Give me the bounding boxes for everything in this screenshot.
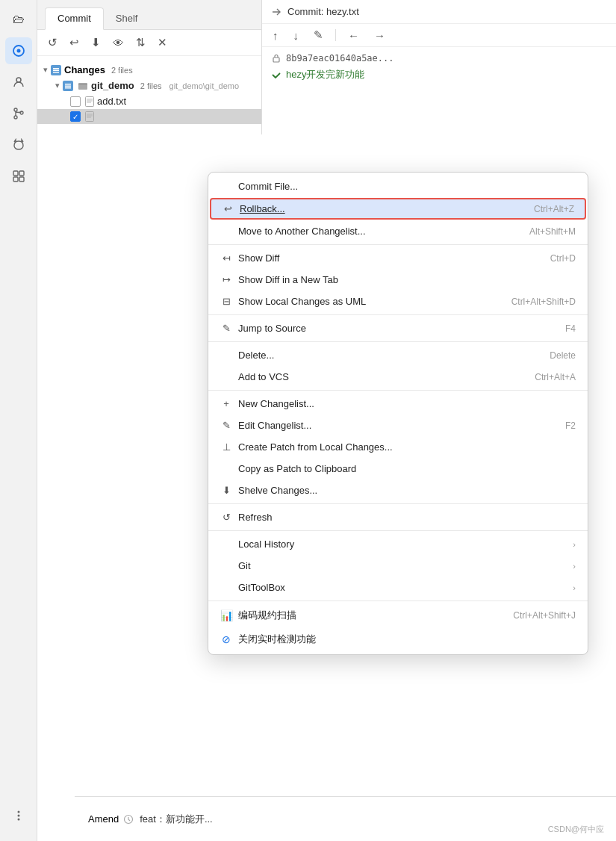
svg-rect-13: [53, 68, 59, 69]
svg-point-2: [16, 78, 21, 82]
menu-item-edit-changelist-shortcut: F2: [565, 420, 576, 431]
show-diff-icon: ↤: [220, 252, 232, 264]
menu-item-refresh-label: Refresh: [238, 512, 273, 523]
show-uml-icon: ⊟: [220, 296, 232, 307]
sidebar-icon-more[interactable]: [5, 802, 32, 829]
toolbar-eye[interactable]: 👁: [110, 35, 127, 51]
menu-item-delete[interactable]: Delete... Delete: [208, 344, 588, 366]
shelve-icon: ⬇: [220, 485, 232, 496]
menu-item-jump-source[interactable]: ✎ Jump to Source F4: [208, 317, 588, 339]
nav-down-btn[interactable]: ↓: [290, 28, 302, 43]
create-patch-icon: ⊥: [220, 441, 232, 453]
menu-item-move-changelist[interactable]: Move to Another Changelist... Alt+Shift+…: [208, 220, 588, 242]
tab-commit[interactable]: Commit: [45, 7, 104, 30]
edit-btn[interactable]: ✎: [311, 27, 326, 43]
right-panel-title: Commit: hezy.txt: [287, 6, 359, 17]
menu-item-rollback-label: Rollback...: [240, 203, 285, 214]
folder-label: git_demo: [91, 80, 134, 91]
menu-item-show-diff[interactable]: ↤ Show Diff Ctrl+D: [208, 247, 588, 269]
svg-rect-17: [65, 85, 71, 87]
menu-item-show-diff-tab[interactable]: ↦ Show Diff in a New Tab: [208, 269, 588, 291]
toolbar-close[interactable]: ✕: [155, 34, 170, 51]
commit-message-input[interactable]: [140, 812, 607, 826]
menu-item-shelve[interactable]: ⬇ Shelve Changes...: [208, 480, 588, 501]
nav-up-btn[interactable]: ↑: [270, 28, 281, 43]
svg-rect-9: [19, 177, 24, 181]
menu-item-show-diff-left: ↤ Show Diff: [220, 252, 279, 264]
changes-count: 2 files: [111, 66, 133, 75]
separator-6: [208, 530, 588, 531]
menu-item-move-changelist-left: Move to Another Changelist...: [220, 226, 366, 237]
sidebar-icon-cat[interactable]: [5, 131, 32, 158]
commit-message: hezy开发完新功能: [286, 68, 364, 81]
folder-path: git_demo\git_demo: [169, 81, 240, 90]
commit-msg-row: hezy开发完新功能: [271, 68, 607, 81]
menu-item-git[interactable]: Git ›: [208, 555, 588, 577]
svg-rect-7: [19, 171, 24, 176]
changes-icon: [51, 65, 61, 75]
sidebar-icon-folder[interactable]: 🗁: [5, 6, 32, 33]
toolbar-sort[interactable]: ⇅: [133, 34, 149, 51]
menu-item-show-diff-tab-left: ↦ Show Diff in a New Tab: [220, 274, 338, 285]
menu-item-edit-changelist-label: Edit Changelist...: [238, 420, 311, 431]
menu-item-create-patch-label: Create Patch from Local Changes...: [238, 441, 393, 453]
menu-item-realtime-check[interactable]: ⊘ 关闭实时检测功能: [208, 627, 588, 651]
menu-item-add-vcs[interactable]: Add to VCS Ctrl+Alt+A: [208, 366, 588, 388]
nav-fwd-btn[interactable]: →: [371, 28, 388, 43]
menu-item-jump-source-shortcut: F4: [565, 323, 576, 334]
file-icon-add: [85, 96, 94, 107]
svg-rect-8: [13, 177, 18, 181]
menu-item-create-patch[interactable]: ⊥ Create Patch from Local Changes...: [208, 436, 588, 458]
svg-rect-18: [65, 87, 71, 89]
menu-item-local-history[interactable]: Local History ›: [208, 533, 588, 555]
folder-file-icon: [78, 81, 88, 91]
menu-item-edit-changelist-left: ✎ Edit Changelist...: [220, 420, 311, 431]
menu-item-edit-changelist[interactable]: ✎ Edit Changelist... F2: [208, 415, 588, 436]
commit-hash-row: 8b9a7eac01640a5ae...: [271, 53, 607, 63]
main-panel: Commit Shelf ↺ ↩ ⬇ 👁 ⇅ ✕ ▾ Changes 2 fil…: [37, 0, 616, 841]
menu-item-realtime-check-label: 关闭实时检测功能: [238, 633, 316, 646]
menu-item-code-scan-left: 📊 编码规约扫描: [220, 609, 296, 622]
menu-item-rollback[interactable]: ↩ Rollback... Ctrl+Alt+Z: [210, 198, 586, 220]
svg-rect-22: [273, 58, 279, 62]
menu-item-new-changelist[interactable]: + New Changelist...: [208, 393, 588, 415]
menu-item-move-changelist-shortcut: Alt+Shift+M: [529, 226, 576, 237]
separator-4: [208, 390, 588, 391]
menu-item-code-scan-label: 编码规约扫描: [238, 609, 296, 622]
nav-back-btn[interactable]: ←: [345, 28, 362, 43]
menu-item-shelve-label: Shelve Changes...: [238, 485, 317, 496]
code-scan-icon: 📊: [220, 609, 232, 621]
menu-item-add-vcs-shortcut: Ctrl+Alt+A: [535, 372, 576, 382]
tab-shelf[interactable]: Shelf: [104, 8, 150, 29]
svg-point-10: [17, 811, 19, 813]
sidebar-icon-modules[interactable]: [5, 163, 32, 190]
toolbar-download[interactable]: ⬇: [88, 34, 104, 51]
menu-item-show-uml[interactable]: ⊟ Show Local Changes as UML Ctrl+Alt+Shi…: [208, 291, 588, 312]
menu-item-move-changelist-label: Move to Another Changelist...: [238, 226, 366, 237]
menu-item-commit-file[interactable]: Commit File...: [208, 176, 588, 197]
menu-item-delete-label: Delete...: [238, 350, 274, 361]
menu-item-local-history-left: Local History: [220, 539, 294, 550]
menu-item-show-diff-shortcut: Ctrl+D: [550, 253, 576, 264]
menu-item-add-vcs-left: Add to VCS: [220, 371, 289, 382]
menu-item-copy-patch[interactable]: Copy as Patch to Clipboard: [208, 458, 588, 480]
sidebar-icon-branch[interactable]: [5, 100, 32, 127]
menu-item-code-scan[interactable]: 📊 编码规约扫描 Ctrl+Alt+Shift+J: [208, 603, 588, 627]
toolbar-undo[interactable]: ↩: [66, 34, 82, 51]
svg-rect-16: [65, 84, 71, 85]
menu-item-copy-patch-left: Copy as Patch to Clipboard: [220, 463, 356, 474]
diff-icon: [271, 7, 281, 17]
file-icon-hezy: [85, 111, 94, 122]
file-add-checkbox[interactable]: [70, 96, 81, 107]
file-hezy-checkbox[interactable]: ✓: [70, 111, 81, 122]
toolbar-refresh[interactable]: ↺: [45, 34, 60, 51]
rollback-icon: ↩: [222, 203, 234, 214]
expand-arrow: ▾: [43, 65, 48, 75]
sidebar-icon-vcs[interactable]: [5, 37, 32, 64]
menu-item-refresh[interactable]: ↺ Refresh: [208, 506, 588, 528]
menu-item-gittoolbox[interactable]: GitToolBox ›: [208, 577, 588, 598]
sidebar-icon-user[interactable]: [5, 69, 32, 96]
amend-label: Amend: [88, 813, 119, 825]
right-panel-header: Commit: hezy.txt: [262, 0, 616, 24]
menu-item-commit-file-label: Commit File...: [238, 181, 298, 192]
